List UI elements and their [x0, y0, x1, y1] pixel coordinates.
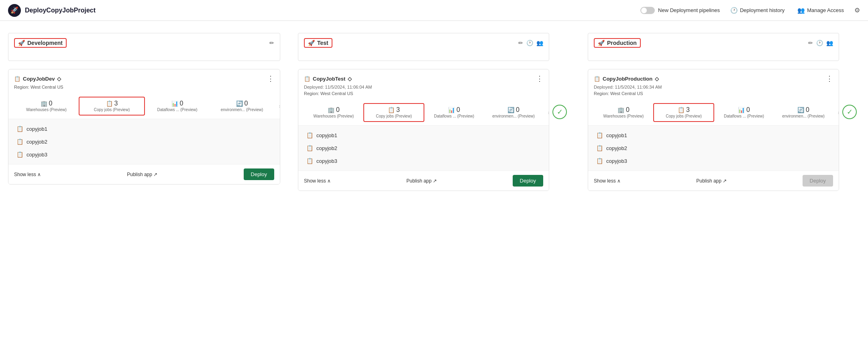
stat-icon-development-3: 🔄	[236, 100, 243, 107]
new-deployment-pipelines-toggle[interactable]: New Deployment pipelines	[640, 7, 720, 14]
stage-wrapper-test: 🚀 Test ✏🕐👥 📋 CopyJobTest ◇ ⋮	[298, 33, 570, 191]
history-icon-production[interactable]: 🕐	[816, 40, 823, 46]
stat-production-0[interactable]: 🏢 0 Warehouses (Preview)	[594, 104, 653, 121]
publish-button-test[interactable]: Publish app ↗	[406, 178, 437, 184]
stat-value-test-1: 3	[396, 106, 400, 114]
stat-production-2[interactable]: 📊 0 Dataflows ... (Preview)	[714, 104, 774, 121]
job-name-test-0: copyjob1	[316, 132, 337, 138]
stat-development-2[interactable]: 📊 0 Dataflows ... (Preview)	[145, 97, 210, 115]
history-icon-test[interactable]: 🕐	[526, 40, 533, 46]
stat-icon-test-1: 📋	[388, 107, 395, 113]
stat-count-development-3: 🔄 0	[236, 100, 248, 107]
card-footer-test: Show less ∧ Publish app ↗ Deploy	[298, 170, 549, 191]
card-footer-production: Show less ∧ Publish app ↗ Deploy	[588, 170, 839, 191]
workspace-more-test[interactable]: ⋮	[536, 74, 543, 83]
stat-label-production-3: environmen... (Preview)	[782, 114, 825, 119]
stage-name-row-test: 🚀 Test ✏🕐👥	[304, 38, 543, 48]
stat-value-production-0: 0	[626, 106, 630, 114]
deploy-icon-production[interactable]: 👥	[826, 40, 833, 46]
app-title: DeployCopyJobProject	[25, 7, 96, 14]
edit-icon-test[interactable]: ✏	[518, 40, 523, 46]
edit-icon-production[interactable]: ✏	[808, 40, 813, 46]
stage-column-production: 🚀 Production ✏🕐👥 📋 CopyJobProduction ◇	[588, 33, 839, 191]
stat-label-test-0: Warehouses (Preview)	[314, 114, 354, 119]
workspace-region-production: Region: West Central US	[588, 91, 839, 100]
show-less-button-production[interactable]: Show less ∧	[594, 178, 621, 184]
job-item-development-1: 📋 copyjob2	[8, 135, 280, 148]
stat-label-test-2: Dataflows ... (Preview)	[434, 114, 474, 119]
workspace-card-production: 📋 CopyJobProduction ◇ ⋮ Deployed: 11/5/2…	[588, 69, 839, 191]
stats-row-production: 🏢 0 Warehouses (Preview) 📋 3 Copy jobs (…	[588, 100, 839, 126]
show-less-button-development[interactable]: Show less ∧	[14, 172, 41, 177]
history-icon: 🕐	[730, 7, 738, 14]
stat-development-1[interactable]: 📋 3 Copy jobs (Preview)	[79, 97, 145, 116]
stat-count-test-3: 🔄 0	[507, 106, 520, 114]
workspace-more-development[interactable]: ⋮	[267, 74, 274, 83]
stat-icon-test-3: 🔄	[507, 107, 514, 113]
stage-name-label-test: 🚀 Test	[304, 38, 332, 48]
stat-development-3[interactable]: 🔄 0 environmen... (Preview)	[210, 97, 274, 115]
stat-icon-development-0: 🏢	[41, 100, 47, 107]
deploy-button-development[interactable]: Deploy	[244, 168, 274, 180]
workspace-diamond-development: ◇	[57, 76, 61, 82]
stat-count-test-0: 🏢 0	[328, 106, 340, 114]
stat-value-test-0: 0	[336, 106, 340, 114]
toggle-control[interactable]	[640, 7, 655, 14]
workspace-header-test: 📋 CopyJobTest ◇ ⋮	[298, 69, 549, 85]
deployment-history-button[interactable]: 🕐 Deployment history	[728, 5, 787, 16]
stat-value-development-1: 3	[114, 100, 118, 107]
stat-value-test-2: 0	[456, 106, 460, 114]
stat-test-2[interactable]: 📊 0 Dataflows ... (Preview)	[424, 104, 484, 121]
stat-icon-test-2: 📊	[448, 107, 455, 113]
show-less-button-test[interactable]: Show less ∧	[304, 178, 331, 184]
job-name-test-2: copyjob3	[316, 158, 337, 164]
header-left: 🚀 DeployCopyJobProject	[8, 4, 96, 17]
stat-test-0[interactable]: 🏢 0 Warehouses (Preview)	[304, 104, 363, 121]
stage-action-icons-development: ✏	[269, 40, 274, 46]
stat-value-development-3: 0	[245, 100, 248, 107]
stats-next-test[interactable]: ›	[548, 110, 549, 116]
workspace-icon-test: 📋	[304, 76, 310, 82]
main-content: 🚀 Development ✏ 📋 CopyJobDev ◇ ⋮	[0, 21, 868, 203]
job-name-production-1: copyjob2	[606, 145, 627, 151]
stage-name-label-production: 🚀 Production	[594, 38, 641, 48]
stat-icon-production-1: 📋	[678, 107, 685, 113]
stats-row-development: 🏢 0 Warehouses (Preview) 📋 3 Copy jobs (…	[8, 93, 280, 119]
publish-button-development[interactable]: Publish app ↗	[127, 172, 157, 177]
job-item-test-0: 📋 copyjob1	[298, 129, 549, 142]
stat-production-3[interactable]: 🔄 0 environmen... (Preview)	[774, 104, 833, 121]
deploy-icon-test[interactable]: 👥	[536, 40, 543, 46]
jobs-list-development: 📋 copyjob1 📋 copyjob2 📋 copyjob3	[8, 119, 280, 164]
settings-icon[interactable]: ⚙	[854, 6, 860, 14]
workspace-more-production[interactable]: ⋮	[826, 74, 833, 83]
stats-next-production[interactable]: ›	[838, 110, 839, 116]
stat-development-0[interactable]: 🏢 0 Warehouses (Preview)	[14, 97, 79, 115]
job-item-test-1: 📋 copyjob2	[298, 142, 549, 154]
publish-button-production[interactable]: Publish app ↗	[696, 178, 727, 184]
stat-label-development-3: environmen... (Preview)	[221, 107, 263, 112]
deploy-button-test[interactable]: Deploy	[513, 175, 543, 187]
stage-name-row-development: 🚀 Development ✏	[14, 38, 274, 48]
stat-icon-test-0: 🏢	[328, 107, 334, 113]
stats-row-test: 🏢 0 Warehouses (Preview) 📋 3 Copy jobs (…	[298, 100, 549, 126]
job-item-production-2: 📋 copyjob3	[588, 154, 839, 167]
stages-container: 🚀 Development ✏ 📋 CopyJobDev ◇ ⋮	[8, 33, 860, 191]
edit-icon-development[interactable]: ✏	[269, 40, 274, 46]
app-icon: 🚀	[8, 4, 21, 17]
workspace-header-development: 📋 CopyJobDev ◇ ⋮	[8, 69, 280, 85]
stat-value-development-2: 0	[180, 100, 183, 107]
job-icon-test-2: 📋	[306, 158, 313, 164]
stat-value-production-2: 0	[746, 106, 750, 114]
manage-access-button[interactable]: 👥 Manage Access	[795, 5, 846, 16]
job-icon-test-1: 📋	[306, 145, 313, 151]
header: 🚀 DeployCopyJobProject New Deployment pi…	[0, 0, 868, 21]
stage-name-text-test: Test	[317, 40, 328, 46]
job-icon-production-1: 📋	[596, 145, 603, 151]
deploy-button-production[interactable]: Deploy	[803, 175, 833, 187]
stat-test-3[interactable]: 🔄 0 environmen... (Preview)	[484, 104, 543, 121]
stat-production-1[interactable]: 📋 3 Copy jobs (Preview)	[653, 103, 714, 122]
stage-column-test: 🚀 Test ✏🕐👥 📋 CopyJobTest ◇ ⋮	[298, 33, 549, 191]
stat-test-1[interactable]: 📋 3 Copy jobs (Preview)	[363, 103, 424, 122]
workspace-region-development: Region: West Central US	[8, 85, 280, 93]
stats-next-development[interactable]: ›	[279, 103, 280, 109]
